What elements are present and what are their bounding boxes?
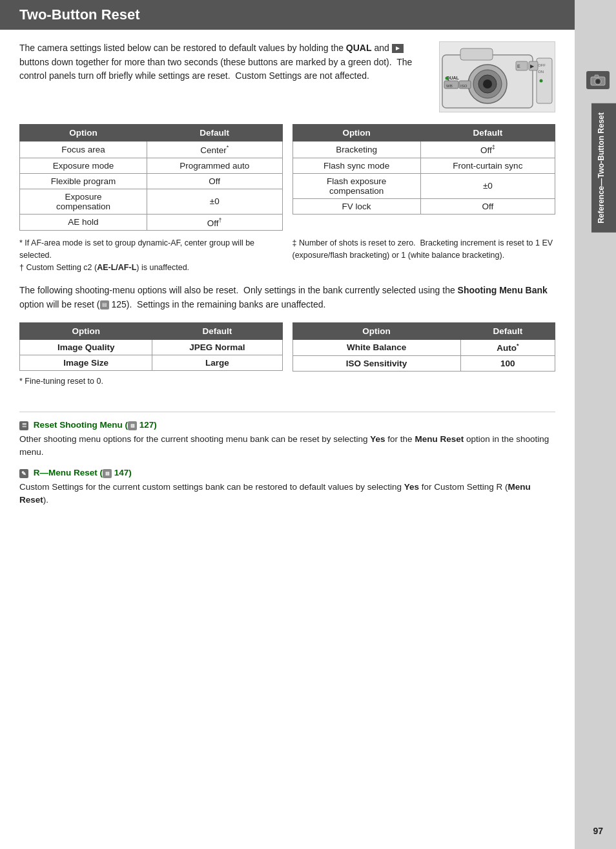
intro-section: The camera settings listed below can be … (19, 41, 555, 112)
table-left-1: Option Default Focus area Center* Exposu… (19, 124, 283, 231)
table1-row3-default: Off (147, 173, 282, 189)
table1-row1-default: Center* (147, 142, 282, 158)
r-menu-reset-label: R—Menu Reset ( (34, 468, 103, 477)
table4-default-header: Default (460, 322, 555, 339)
table1-row5-option: AE hold (20, 214, 147, 231)
r-menu-ref-icon: ▤ (103, 469, 112, 478)
camera-icon (586, 71, 610, 89)
table3-row1-default: JPEG Normal (152, 339, 282, 355)
menu-icon: ☰ (19, 421, 28, 430)
table4-row1-option: White Balance (293, 339, 460, 356)
reset-shooting-menu-page: 127) (137, 420, 157, 430)
title-text: Two-Button Reset (19, 6, 140, 23)
svg-text:ON: ON (538, 70, 544, 74)
footnote-fine-tuning: * Fine-tuning reset to 0. (19, 377, 103, 386)
table2-row4-default: Off (420, 198, 555, 214)
table1-default-header: Default (147, 125, 282, 142)
table4-row1-default: Auto* (460, 339, 555, 356)
first-table-footnotes: * If AF-area mode is set to group dynami… (19, 237, 555, 273)
reset-shooting-menu-body: Other shooting menu options for the curr… (19, 433, 555, 459)
sidebar-tab-text: Reference—Two-Button Reset (597, 112, 606, 224)
table1-row2-option: Exposure mode (20, 158, 147, 173)
first-tables-row: Option Default Focus area Center* Exposu… (19, 124, 555, 231)
table-row: AE hold Off† (20, 214, 283, 231)
r-menu-reset-title: ✎ R—Menu Reset (▤ 147) (19, 468, 555, 477)
table1-option-header: Option (20, 125, 147, 142)
sidebar-tab: Reference—Two-Button Reset (591, 103, 616, 233)
table1-row5-default: Off† (147, 214, 282, 231)
footnote-dagger: † Custom Setting c2 (AE-L/AF-L) is unaff… (19, 262, 283, 274)
table-row: Focus area Center* (20, 142, 283, 158)
page-title: Two-Button Reset (0, 0, 575, 30)
table4-row2-default: 100 (460, 356, 555, 372)
reset-shooting-menu-label: Reset Shooting Menu ( (34, 420, 128, 430)
table2-default-header: Default (420, 125, 555, 142)
table2-row2-default: Front-curtain sync (420, 158, 555, 173)
table2-row4-option: FV lock (293, 198, 420, 214)
table1-row1-option: Focus area (20, 142, 147, 158)
table-right-2: Option Default White Balance Auto* ISO S… (293, 322, 556, 372)
svg-rect-23 (595, 75, 599, 78)
table-row: White Balance Auto* (293, 339, 555, 356)
table-row: Flash sync mode Front-curtain sync (293, 158, 555, 173)
table4-row2-option: ISO Sensitivity (293, 356, 460, 372)
svg-text:WB: WB (446, 84, 453, 88)
table2-row1-option: Bracketing (293, 142, 420, 158)
table-left-2: Option Default Image Quality JPEG Normal… (19, 322, 283, 372)
table3-row2-default: Large (152, 355, 282, 370)
table-row: ISO Sensitivity 100 (293, 356, 555, 372)
table1-row3-option: Flexible program (20, 173, 147, 189)
reset-shooting-menu-note: ☰ Reset Shooting Menu (▤ 127) Other shoo… (19, 420, 555, 459)
table-row: Flash exposurecompensation ±0 (293, 173, 555, 198)
reset-shooting-menu-title: ☰ Reset Shooting Menu (▤ 127) (19, 420, 555, 430)
table-row: Exposure mode Programmed auto (20, 158, 283, 173)
page-number: 97 (593, 826, 603, 836)
svg-point-18 (445, 77, 448, 80)
table3-row2-option: Image Size (20, 355, 152, 370)
table1-row4-option: Exposurecompensation (20, 189, 147, 214)
table2-option-header: Option (293, 125, 420, 142)
shooting-menu-paragraph: The following shooting-menu options will… (19, 284, 555, 311)
table-row: FV lock Off (293, 198, 555, 214)
table1-row2-default: Programmed auto (147, 158, 282, 173)
r-menu-reset-page: 147) (112, 468, 132, 477)
table1-row4-default: ±0 (147, 189, 282, 214)
pencil-icon: ✎ (19, 469, 28, 478)
table-right-1: Option Default Bracketing Off‡ Flash syn… (293, 124, 556, 231)
svg-point-5 (483, 79, 492, 89)
svg-rect-1 (460, 48, 493, 60)
table-row: Image Size Large (20, 355, 283, 370)
table4-option-header: Option (293, 322, 460, 339)
svg-point-19 (539, 79, 542, 83)
table-row: Bracketing Off‡ (293, 142, 555, 158)
r-menu-reset-note: ✎ R—Menu Reset (▤ 147) Custom Settings f… (19, 468, 555, 507)
table2-row1-default: Off‡ (420, 142, 555, 158)
intro-paragraph: The camera settings listed below can be … (19, 41, 426, 83)
footnote-star: * If AF-area mode is set to group dynami… (19, 237, 283, 262)
svg-text:ISO: ISO (460, 84, 467, 88)
camera-image: QUAL WB ISO OFF ON E ▶ (439, 41, 555, 112)
table2-row3-default: ±0 (420, 173, 555, 198)
table-row: Flexible program Off (20, 173, 283, 189)
table-row: Exposurecompensation ±0 (20, 189, 283, 214)
menu-ref-icon: ▤ (128, 421, 137, 430)
table2-row3-option: Flash exposurecompensation (293, 173, 420, 198)
footnote-left: * If AF-area mode is set to group dynami… (19, 237, 283, 273)
svg-text:E: E (517, 64, 520, 68)
svg-text:▶: ▶ (530, 63, 535, 69)
footnote-right: ‡ Number of shots is reset to zero. Brac… (293, 237, 556, 273)
table3-option-header: Option (20, 322, 152, 339)
svg-point-22 (596, 79, 600, 83)
r-menu-reset-body: Custom Settings for the current custom s… (19, 481, 555, 507)
bottom-notes-section: ☰ Reset Shooting Menu (▤ 127) Other shoo… (19, 412, 555, 507)
sidebar: Reference—Two-Button Reset 97 (575, 0, 616, 849)
table2-row2-option: Flash sync mode (293, 158, 420, 173)
table3-default-header: Default (152, 322, 282, 339)
table2-footnote: * Fine-tuning reset to 0. (19, 377, 555, 386)
second-tables-row: Option Default Image Quality JPEG Normal… (19, 322, 555, 372)
table-row: Image Quality JPEG Normal (20, 339, 283, 355)
svg-text:OFF: OFF (538, 63, 546, 67)
table3-row1-option: Image Quality (20, 339, 152, 355)
